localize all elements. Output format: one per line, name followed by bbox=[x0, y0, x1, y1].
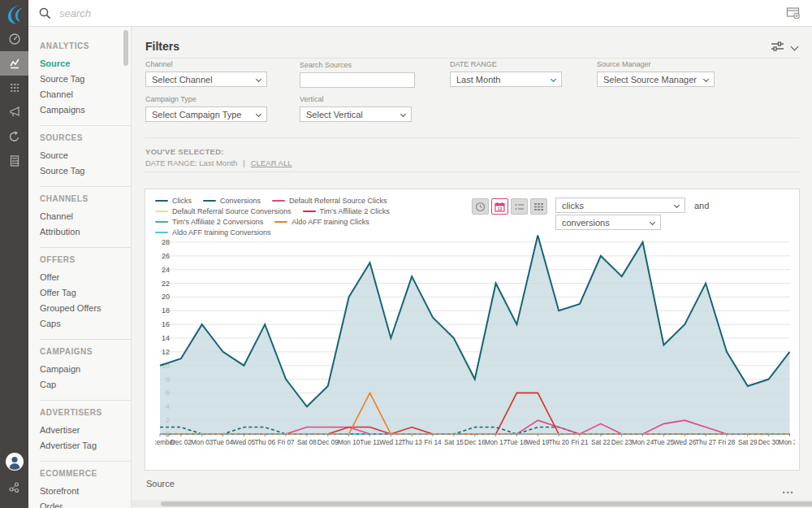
legend-label: Tim's Affiliate 2 Conversions bbox=[172, 218, 263, 226]
nav-section-header: ADVERTISERS bbox=[40, 408, 116, 417]
legend-item[interactable]: Tim's Affiliate 2 Conversions bbox=[155, 218, 263, 226]
icon-rail bbox=[0, 27, 28, 508]
search-sources-input[interactable] bbox=[300, 72, 415, 88]
x-tick-label: Thu 06 bbox=[255, 439, 276, 446]
y-tick-label: 22 bbox=[162, 280, 170, 288]
chart-panel: ClicksConversionsDefault Referral Source… bbox=[145, 189, 800, 471]
sidebar-item-grouped-offers[interactable]: Grouped Offers bbox=[40, 300, 116, 315]
more-options-button[interactable]: ... bbox=[782, 483, 794, 496]
rail-offers-icon[interactable] bbox=[0, 76, 28, 100]
rail-campaigns-icon[interactable] bbox=[0, 100, 28, 124]
chevron-down-icon bbox=[551, 76, 556, 82]
legend-label: Default Referral Source Conversions bbox=[172, 207, 292, 215]
y-tick-label: 12 bbox=[162, 348, 170, 356]
legend-label: Default Referral Source Clicks bbox=[289, 197, 387, 205]
x-tick-label: Dec 16 bbox=[464, 439, 486, 446]
sidebar-item-order[interactable]: Order bbox=[40, 498, 116, 508]
metric-a-select[interactable]: clicks bbox=[555, 198, 685, 213]
list-view-button[interactable] bbox=[511, 198, 528, 215]
calendar-view-button[interactable]: 12 bbox=[491, 198, 508, 215]
chevron-down-icon bbox=[674, 202, 680, 208]
sidebar-item-offer-tag[interactable]: Offer Tag bbox=[40, 284, 116, 300]
sidebar-item-storefront[interactable]: Storefront bbox=[40, 483, 116, 498]
sidebar-item-source[interactable]: Source bbox=[40, 55, 116, 71]
channel-select[interactable]: Select Channel bbox=[145, 72, 267, 87]
rail-analytics-icon[interactable] bbox=[0, 51, 28, 76]
topbar: search bbox=[0, 0, 812, 27]
legend-item[interactable]: Default Referral Source Conversions bbox=[155, 207, 292, 215]
x-tick-label: Tue 04 bbox=[213, 439, 234, 446]
sidebar-item-source[interactable]: Source bbox=[40, 147, 116, 163]
x-tick-label: Fri 14 bbox=[425, 439, 442, 446]
legend-swatch bbox=[155, 232, 168, 234]
chart-source-footer: Source bbox=[146, 479, 175, 488]
x-tick-label: Tue 11 bbox=[360, 439, 380, 446]
horizontal-scrollbar-thumb[interactable] bbox=[161, 501, 812, 506]
legend-item[interactable]: Default Referral Source Clicks bbox=[272, 197, 387, 205]
search-input[interactable]: search bbox=[59, 7, 91, 20]
sidebar-item-offer[interactable]: Offer bbox=[40, 269, 116, 284]
line-chart[interactable]: 0246810121416182022242628DecemberDec 02M… bbox=[155, 235, 795, 456]
rail-dashboard-icon[interactable] bbox=[0, 27, 28, 51]
sidebar-item-source-tag[interactable]: Source Tag bbox=[40, 163, 116, 178]
sidebar-item-advertiser-tag[interactable]: Advertiser Tag bbox=[40, 437, 116, 453]
main-content: Filters Channel Select Channel Search So… bbox=[132, 27, 812, 508]
sidebar-item-caps[interactable]: Caps bbox=[40, 315, 116, 331]
nav-section: CAMPAIGNSCampaignCap bbox=[40, 339, 131, 397]
x-tick-label: Fri 21 bbox=[572, 439, 589, 446]
apps-share-icon[interactable] bbox=[8, 481, 20, 497]
selected-title: YOU'VE SELECTED: bbox=[145, 147, 292, 156]
search-sources-label: Search Sources bbox=[300, 61, 415, 69]
metric-b-select[interactable]: conversions bbox=[555, 215, 661, 230]
filter-sliders-icon[interactable] bbox=[771, 41, 784, 51]
clear-all-link[interactable]: CLEAR ALL bbox=[251, 158, 292, 167]
sidebar-item-source-tag[interactable]: Source Tag bbox=[40, 71, 116, 86]
vertical-select[interactable]: Select Vertical bbox=[300, 106, 412, 122]
chevron-down-icon bbox=[256, 76, 261, 82]
sidebar-nav: ANALYTICSSourceSource TagChannelCampaign… bbox=[28, 27, 132, 508]
sidebar-item-campaign[interactable]: Campaign bbox=[40, 361, 116, 376]
app-logo[interactable] bbox=[0, 0, 28, 27]
legend-item[interactable]: Aldo AFF training Clicks bbox=[274, 218, 369, 226]
selected-filters: YOU'VE SELECTED: DATE RANGE: Last Month … bbox=[145, 147, 292, 167]
legend-swatch bbox=[155, 211, 168, 213]
rail-reports-icon[interactable] bbox=[0, 149, 28, 173]
selected-detail: DATE RANGE: Last Month bbox=[145, 158, 237, 167]
sidebar-scrollbar[interactable] bbox=[123, 30, 128, 66]
sidebar-item-attribution[interactable]: Attribution bbox=[40, 224, 116, 239]
search-bar[interactable]: search bbox=[39, 0, 91, 27]
nav-section-header: SOURCES bbox=[40, 133, 116, 142]
legend-swatch bbox=[272, 200, 285, 202]
window-settings-icon[interactable] bbox=[786, 7, 801, 20]
nav-section: ADVERTISERSAdvertiserAdvertiser Tag bbox=[40, 400, 131, 458]
legend-swatch bbox=[303, 211, 316, 213]
sidebar-item-channel[interactable]: Channel bbox=[40, 86, 116, 102]
campaign-type-select[interactable]: Select Campaign Type bbox=[145, 106, 267, 122]
legend-item[interactable]: Tim's Affiliate 2 Clicks bbox=[303, 207, 390, 215]
sidebar-item-cap[interactable]: Cap bbox=[40, 376, 116, 392]
sidebar-item-channel[interactable]: Channel bbox=[40, 208, 116, 224]
legend-label: Tim's Affiliate 2 Clicks bbox=[320, 207, 390, 215]
and-label: and bbox=[694, 201, 709, 211]
x-tick-label: Wed 26 bbox=[673, 439, 697, 446]
nav-section: CHANNELSChannelAttribution bbox=[40, 186, 131, 245]
rail-conversions-icon[interactable] bbox=[0, 124, 28, 149]
vertical-label: Vertical bbox=[300, 95, 412, 103]
date-range-select[interactable]: Last Month bbox=[450, 72, 562, 87]
y-tick-label: 26 bbox=[162, 252, 170, 260]
x-tick-label: Sat 08 bbox=[297, 439, 317, 446]
y-tick-label: 24 bbox=[162, 266, 170, 274]
x-tick-label: Mon 03 bbox=[191, 439, 214, 446]
sidebar-item-campaigns[interactable]: Campaigns bbox=[40, 102, 116, 117]
legend-item[interactable]: Conversions bbox=[203, 197, 261, 205]
source-manager-select[interactable]: Select Source Manager bbox=[597, 72, 715, 87]
legend-item[interactable]: Clicks bbox=[155, 197, 192, 205]
time-view-button[interactable] bbox=[472, 198, 489, 215]
x-tick-label: Dec 30 bbox=[758, 439, 780, 446]
sidebar-sections: ANALYTICSSourceSource TagChannelCampaign… bbox=[40, 37, 131, 508]
user-avatar[interactable] bbox=[5, 452, 24, 475]
sidebar-item-advertiser[interactable]: Advertiser bbox=[40, 422, 116, 437]
filters-collapse-chevron-icon[interactable] bbox=[791, 42, 799, 50]
table-view-button[interactable] bbox=[530, 198, 547, 215]
nav-section-header: CAMPAIGNS bbox=[40, 347, 116, 356]
